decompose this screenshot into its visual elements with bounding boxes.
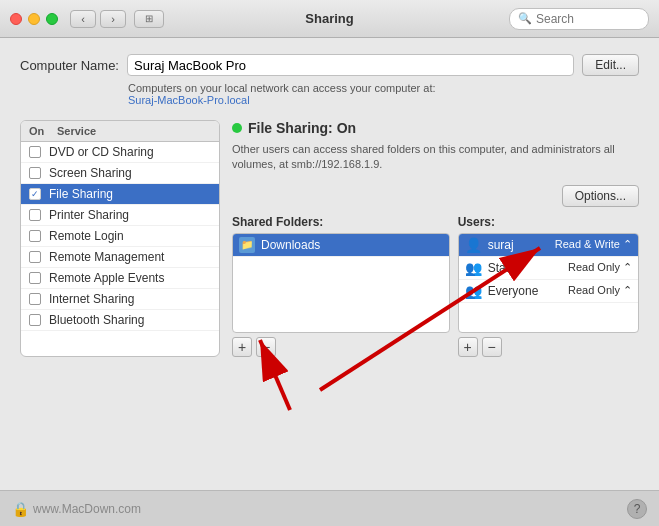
maximize-button[interactable] xyxy=(46,13,58,25)
service-item-remoteevents[interactable]: Remote Apple Events xyxy=(21,268,219,289)
user-item-staff[interactable]: 👥 Staff Read Only ⌃ xyxy=(459,257,638,280)
close-button[interactable] xyxy=(10,13,22,25)
folders-users-row: Shared Folders: 📁 Downloads + − Users: xyxy=(232,215,639,357)
service-name-internet: Internet Sharing xyxy=(49,292,134,306)
service-list: On Service DVD or CD Sharing Screen Shar… xyxy=(20,120,220,357)
permission-suraj: Read & Write ⌃ xyxy=(555,238,632,251)
nav-buttons: ‹ › xyxy=(70,10,126,28)
add-user-button[interactable]: + xyxy=(458,337,478,357)
service-item-remotemgmt[interactable]: Remote Management xyxy=(21,247,219,268)
options-row: Options... xyxy=(232,185,639,207)
shared-folders-list: 📁 Downloads xyxy=(232,233,450,333)
right-panel: File Sharing: On Other users can access … xyxy=(232,120,639,357)
users-panel: Users: 👤 suraj Read & Write ⌃ 👥 Staff Re… xyxy=(458,215,639,357)
service-item-dvd[interactable]: DVD or CD Sharing xyxy=(21,142,219,163)
checkbox-remoteevents[interactable] xyxy=(29,272,41,284)
watermark-text: www.MacDown.com xyxy=(33,502,141,516)
service-name-remotemgmt: Remote Management xyxy=(49,250,164,264)
edit-button[interactable]: Edit... xyxy=(582,54,639,76)
user-item-everyone[interactable]: 👥 Everyone Read Only ⌃ xyxy=(459,280,638,303)
status-bar: File Sharing: On xyxy=(232,120,639,136)
service-name-screen: Screen Sharing xyxy=(49,166,132,180)
user-name-staff: Staff xyxy=(488,261,512,275)
header-on: On xyxy=(29,125,57,137)
computer-name-row: Computer Name: Edit... xyxy=(20,54,639,76)
user-icon-everyone: 👥 xyxy=(465,283,482,299)
service-name-printer: Printer Sharing xyxy=(49,208,129,222)
service-name-dvd: DVD or CD Sharing xyxy=(49,145,154,159)
remove-folder-button[interactable]: − xyxy=(256,337,276,357)
service-list-header: On Service xyxy=(21,121,219,142)
user-name-everyone: Everyone xyxy=(488,284,539,298)
shared-folders-panel: Shared Folders: 📁 Downloads + − xyxy=(232,215,450,357)
bottom-bar: 🔒 www.MacDown.com ? xyxy=(0,490,659,526)
body-panel: On Service DVD or CD Sharing Screen Shar… xyxy=(20,120,639,357)
service-item-internet[interactable]: Internet Sharing xyxy=(21,289,219,310)
checkbox-remotemgmt[interactable] xyxy=(29,251,41,263)
options-button[interactable]: Options... xyxy=(562,185,639,207)
user-icon-suraj: 👤 xyxy=(465,237,482,253)
checkbox-bluetooth[interactable] xyxy=(29,314,41,326)
service-item-remotelogin[interactable]: Remote Login xyxy=(21,226,219,247)
minimize-button[interactable] xyxy=(28,13,40,25)
service-name-remoteevents: Remote Apple Events xyxy=(49,271,164,285)
computer-name-input[interactable] xyxy=(127,54,574,76)
checkbox-screen[interactable] xyxy=(29,167,41,179)
window-title: Sharing xyxy=(305,11,353,26)
forward-button[interactable]: › xyxy=(100,10,126,28)
title-bar: ‹ › ⊞ Sharing 🔍 xyxy=(0,0,659,38)
remove-user-button[interactable]: − xyxy=(482,337,502,357)
add-folder-button[interactable]: + xyxy=(232,337,252,357)
checkbox-dvd[interactable] xyxy=(29,146,41,158)
header-service: Service xyxy=(57,125,211,137)
folder-icon: 📁 xyxy=(239,237,255,253)
status-dot xyxy=(232,123,242,133)
service-item-filesharing[interactable]: ✓ File Sharing xyxy=(21,184,219,205)
checkbox-printer[interactable] xyxy=(29,209,41,221)
help-button[interactable]: ? xyxy=(627,499,647,519)
users-label: Users: xyxy=(458,215,639,229)
network-info: Computers on your local network can acce… xyxy=(128,82,639,106)
user-icon-staff: 👥 xyxy=(465,260,482,276)
local-address-link[interactable]: Suraj-MacBook-Pro.local xyxy=(128,94,250,106)
users-list: 👤 suraj Read & Write ⌃ 👥 Staff Read Only… xyxy=(458,233,639,333)
folder-name: Downloads xyxy=(261,238,320,252)
permission-everyone: Read Only ⌃ xyxy=(568,284,632,297)
status-title: File Sharing: On xyxy=(248,120,356,136)
service-name-remotelogin: Remote Login xyxy=(49,229,124,243)
user-name-suraj: suraj xyxy=(488,238,514,252)
service-name-bluetooth: Bluetooth Sharing xyxy=(49,313,144,327)
watermark-icon: 🔒 xyxy=(12,501,29,517)
checkbox-filesharing[interactable]: ✓ xyxy=(29,188,41,200)
watermark: 🔒 www.MacDown.com xyxy=(12,501,141,517)
traffic-lights xyxy=(10,13,58,25)
checkbox-internet[interactable] xyxy=(29,293,41,305)
folder-controls: + − xyxy=(232,337,450,357)
checkbox-remotelogin[interactable] xyxy=(29,230,41,242)
search-input[interactable] xyxy=(536,12,640,26)
service-item-bluetooth[interactable]: Bluetooth Sharing xyxy=(21,310,219,331)
service-item-screen[interactable]: Screen Sharing xyxy=(21,163,219,184)
grid-button[interactable]: ⊞ xyxy=(134,10,164,28)
computer-name-label: Computer Name: xyxy=(20,58,119,73)
search-bar[interactable]: 🔍 xyxy=(509,8,649,30)
search-icon: 🔍 xyxy=(518,12,532,25)
status-desc: Other users can access shared folders on… xyxy=(232,142,639,173)
service-item-printer[interactable]: Printer Sharing xyxy=(21,205,219,226)
list-item-downloads[interactable]: 📁 Downloads xyxy=(233,234,449,257)
main-content: Computer Name: Edit... Computers on your… xyxy=(0,38,659,373)
user-item-suraj[interactable]: 👤 suraj Read & Write ⌃ xyxy=(459,234,638,257)
permission-staff: Read Only ⌃ xyxy=(568,261,632,274)
shared-folders-label: Shared Folders: xyxy=(232,215,450,229)
user-controls: + − xyxy=(458,337,639,357)
service-name-filesharing: File Sharing xyxy=(49,187,113,201)
back-button[interactable]: ‹ xyxy=(70,10,96,28)
